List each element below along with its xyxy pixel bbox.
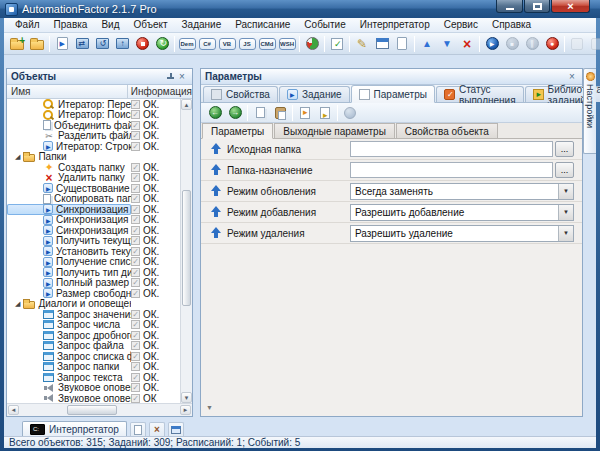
tree-row[interactable]: ◢Папки bbox=[7, 152, 180, 163]
run-script-button[interactable] bbox=[52, 34, 72, 53]
combo-arrow-icon[interactable]: ▼ bbox=[558, 205, 573, 220]
tree-row[interactable]: Синхронизация локальныОК. bbox=[7, 204, 180, 215]
run-task-button[interactable] bbox=[92, 34, 112, 53]
paste-button[interactable] bbox=[270, 103, 290, 122]
tab-task[interactable]: Задание bbox=[279, 86, 350, 102]
mode-select[interactable]: Разрешить добавление▼ bbox=[350, 204, 574, 221]
side-tab-settings[interactable]: Настройки bbox=[583, 68, 596, 154]
tab-params[interactable]: Параметры bbox=[351, 85, 435, 103]
statistics-button[interactable] bbox=[302, 34, 322, 53]
tree-row[interactable]: Размер свободного простОК. bbox=[7, 288, 180, 299]
start-button[interactable] bbox=[482, 34, 502, 53]
tree-row[interactable]: Звуковое оповещение (стОК. bbox=[7, 383, 180, 394]
column-name[interactable]: Имя bbox=[7, 85, 128, 98]
menu-item-8[interactable]: Интерпретатор bbox=[353, 18, 437, 32]
refresh-button[interactable] bbox=[152, 34, 172, 53]
record-button[interactable] bbox=[542, 34, 562, 53]
move-up-button[interactable] bbox=[417, 34, 437, 53]
new-button[interactable] bbox=[7, 34, 27, 53]
tree-row[interactable]: Запрос файлаОК. bbox=[7, 341, 180, 352]
scroll-up-icon[interactable]: ▲ bbox=[181, 99, 192, 110]
clear-icon[interactable] bbox=[149, 422, 165, 436]
edit-button[interactable] bbox=[352, 34, 372, 53]
tree-row[interactable]: Итератор: Поиск файлаОК. bbox=[7, 110, 180, 121]
checklist-button[interactable] bbox=[327, 34, 347, 53]
vscroll-thumb[interactable] bbox=[182, 190, 191, 306]
tree-row[interactable]: Установить текущую папОК. bbox=[7, 246, 180, 257]
delete-button[interactable] bbox=[457, 34, 477, 53]
tree-row[interactable]: Получение списка дисковОК. bbox=[7, 257, 180, 268]
combo-arrow-icon[interactable]: ▼ bbox=[558, 184, 573, 199]
back-button[interactable] bbox=[205, 103, 225, 122]
menu-item-2[interactable]: Правка bbox=[47, 18, 95, 32]
menu-item-3[interactable]: Вид bbox=[94, 18, 126, 32]
scroll-left-icon[interactable]: ◄ bbox=[8, 405, 19, 415]
lang-vb-button[interactable]: VB bbox=[217, 34, 237, 53]
column-info[interactable]: Информация bbox=[128, 85, 192, 98]
destination-folder-input[interactable] bbox=[350, 162, 553, 178]
tab-status[interactable]: Статус выполнения bbox=[436, 86, 524, 102]
tree-row[interactable]: Скопировать папкуОК. bbox=[7, 194, 180, 205]
expand-icon[interactable]: ◢ bbox=[15, 153, 20, 161]
panel-icon[interactable] bbox=[168, 422, 184, 436]
lang-js-button[interactable]: JS bbox=[237, 34, 257, 53]
tree-row[interactable]: Запрос дробного числаОК. bbox=[7, 330, 180, 341]
mode-select[interactable]: Всегда заменять▼ bbox=[350, 183, 574, 200]
tree-row[interactable]: Объединить файлыОК. bbox=[7, 120, 180, 131]
pin-icon[interactable] bbox=[164, 71, 176, 83]
open-button[interactable] bbox=[27, 34, 47, 53]
tree-row[interactable]: Существование папкиОК. bbox=[7, 183, 180, 194]
subtab-1[interactable]: Параметры bbox=[202, 123, 273, 139]
close-button[interactable]: × bbox=[551, 0, 590, 13]
browse-button[interactable]: ... bbox=[555, 141, 574, 157]
send-button[interactable] bbox=[112, 34, 132, 53]
tree-row[interactable]: Получить текущую папкуОК. bbox=[7, 236, 180, 247]
tree-row[interactable]: Создать папкуОК. bbox=[7, 162, 180, 173]
source-folder-input[interactable] bbox=[350, 141, 553, 157]
import-button[interactable] bbox=[295, 103, 315, 122]
tree-row[interactable]: Запрос списка файловОК. bbox=[7, 351, 180, 362]
tree-row[interactable]: Запрос папкиОК. bbox=[7, 362, 180, 373]
move-down-button[interactable] bbox=[437, 34, 457, 53]
tree-row[interactable]: Итератор: Перечисление фОК. bbox=[7, 99, 180, 110]
tree-row[interactable]: Запрос текстаОК. bbox=[7, 372, 180, 383]
blank-page-button[interactable] bbox=[392, 34, 412, 53]
forward-button[interactable] bbox=[225, 103, 245, 122]
menu-item-10[interactable]: Справка bbox=[485, 18, 538, 32]
hscroll-thumb[interactable] bbox=[67, 405, 117, 415]
menu-item-6[interactable]: Расписание bbox=[228, 18, 297, 32]
subtab-2[interactable]: Выходные параметры bbox=[274, 123, 395, 138]
tab-props[interactable]: Свойства bbox=[203, 86, 278, 102]
menu-item-7[interactable]: Событие bbox=[297, 18, 352, 32]
collapse-arrow-icon[interactable]: ▼ bbox=[206, 404, 213, 411]
combo-arrow-icon[interactable]: ▼ bbox=[558, 226, 573, 241]
tree-row[interactable]: Полный размер дискаОК. bbox=[7, 278, 180, 289]
lang-csharp-button[interactable]: C# bbox=[197, 34, 217, 53]
maximize-button[interactable] bbox=[524, 0, 550, 13]
tree-row[interactable]: Синхронизация FTP с локОК. bbox=[7, 215, 180, 226]
tree-row[interactable]: Звуковое оповещениеОК bbox=[7, 393, 180, 403]
browse-button[interactable]: ... bbox=[555, 162, 574, 178]
window-button[interactable] bbox=[372, 34, 392, 53]
tree-horizontal-scrollbar[interactable]: ◄ ► bbox=[7, 403, 192, 416]
menu-item-9[interactable]: Сервис bbox=[437, 18, 485, 32]
expand-icon[interactable]: ◢ bbox=[15, 300, 20, 308]
menu-item-5[interactable]: Задание bbox=[175, 18, 229, 32]
scroll-right-icon[interactable]: ► bbox=[180, 405, 191, 415]
copy-button[interactable] bbox=[250, 103, 270, 122]
tree-row[interactable]: Синхронизация локальнойОК. bbox=[7, 225, 180, 236]
run-object-button[interactable] bbox=[72, 34, 92, 53]
stop-all-button[interactable] bbox=[132, 34, 152, 53]
lang-dem-button[interactable]: Dem bbox=[177, 34, 197, 53]
doc-icon[interactable] bbox=[130, 422, 146, 436]
tab-interpreter[interactable]: Интерпретатор bbox=[22, 421, 127, 436]
parameters-close-icon[interactable]: × bbox=[566, 71, 578, 83]
objects-close-icon[interactable]: × bbox=[176, 71, 188, 83]
tree-row[interactable]: Запрос числаОК. bbox=[7, 320, 180, 331]
tree-vertical-scrollbar[interactable]: ▲ ▼ bbox=[180, 99, 192, 403]
menu-item-4[interactable]: Объект bbox=[126, 18, 174, 32]
subtab-3[interactable]: Свойства объекта bbox=[396, 123, 498, 138]
tree-row[interactable]: Разделить файлОК. bbox=[7, 131, 180, 142]
minimize-button[interactable] bbox=[496, 0, 523, 13]
tree-row[interactable]: Запрос значенияОК. bbox=[7, 309, 180, 320]
